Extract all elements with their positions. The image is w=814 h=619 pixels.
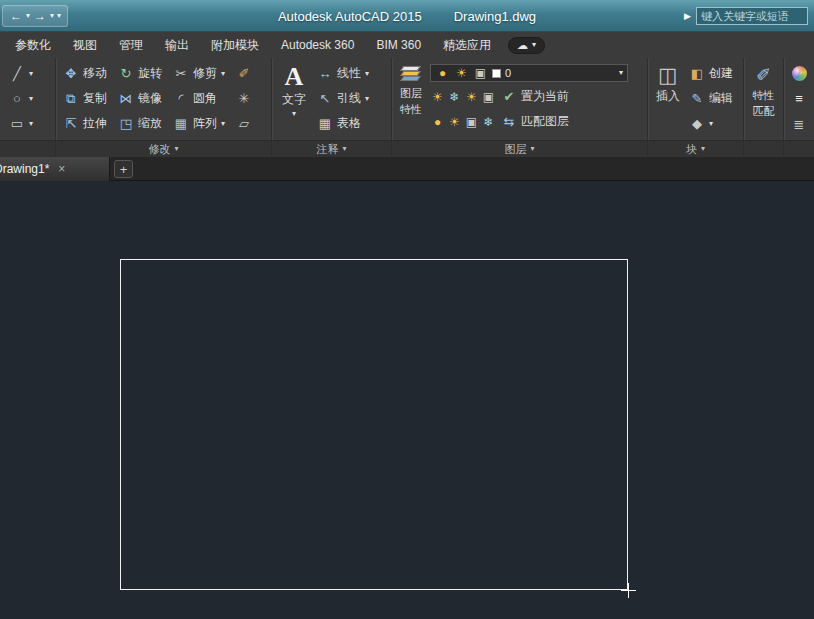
file-tab-drawing1[interactable]: Drawing1* × [0,157,110,181]
new-drawing-tab-button[interactable]: + [114,160,133,178]
chevron-down-icon[interactable]: ▾ [365,69,369,79]
chevron-down-icon: ▾ [530,144,534,154]
create-block-button[interactable]: ◧ 创建 [686,61,736,86]
match-layer-button[interactable]: ⇆ 匹配图层 [498,109,572,134]
rotate-label: 旋转 [138,65,162,82]
explode-button[interactable]: ✳ [233,86,255,111]
insert-block-button[interactable]: ◫ 插入 [656,61,680,137]
layer-thaw-icon[interactable]: ☀ [464,90,479,104]
mirror-button[interactable]: ⋈ 镜像 [115,86,165,111]
scale-icon: ◳ [118,116,134,131]
array-icon: ▦ [173,116,189,131]
rotate-button[interactable]: ↻ 旋转 [115,61,165,86]
tab-autodesk-360[interactable]: Autodesk 360 [270,32,365,58]
search-go-icon[interactable]: ▶ [684,11,691,21]
right-strip-content: ≡ ≣ [784,58,814,140]
text-button[interactable]: A 文字 ▾ [282,61,306,137]
match-layer-label: 匹配图层 [521,113,569,130]
layer-unlock-icon[interactable]: ▣ [464,115,479,129]
join-button[interactable]: ▱ [233,111,255,136]
chevron-down-icon: ▾ [342,144,346,154]
fillet-icon: ◜ [173,91,189,106]
chevron-down-icon[interactable]: ▾ [709,119,713,129]
tab-addins[interactable]: 附加模块 [200,32,270,58]
insert-block-icon: ◫ [658,63,678,87]
layers-panel-content: 图层 特性 ● ☀ ▣ 0 ▾ ☀ ❄ [392,58,647,140]
edit-block-button[interactable]: ✎ 编辑 [686,86,736,111]
layer-unisolate-icon[interactable]: ☀ [447,115,462,129]
copy-icon: ⧉ [63,91,79,106]
tab-parametric[interactable]: 参数化 [4,32,62,58]
trim-button[interactable]: ✂ 修剪 ▾ [170,61,228,86]
layer-freeze-all-icon[interactable]: ❄ [481,115,496,129]
scale-button[interactable]: ◳ 缩放 [115,111,165,136]
tab-output[interactable]: 输出 [154,32,200,58]
chevron-down-icon: ▾ [532,40,536,50]
annotation-panel-label-text: 注释 [316,142,338,157]
chevron-down-icon[interactable]: ▾ [221,119,225,129]
close-tab-icon[interactable]: × [58,162,65,176]
layer-select-dropdown[interactable]: ● ☀ ▣ 0 ▾ [430,64,628,82]
file-tab-name: Drawing1* [0,162,49,176]
set-current-layer-button[interactable]: ✔ 置为当前 [498,84,572,109]
visual-styles-button[interactable] [792,61,807,86]
table-button[interactable]: ▦ 表格 [314,111,372,136]
block-panel-label[interactable]: 块 ▾ [648,140,743,157]
layer-on-icon: ● [435,66,450,80]
rectangle-tool-icon: ▭ [9,116,25,131]
connect-menu-button[interactable]: ☁ ▾ [508,37,545,54]
match-properties-label-1: 特性 [753,88,775,103]
layer-off-icon[interactable]: ☀ [430,90,445,104]
search-input[interactable] [696,7,808,25]
edit-label: 编辑 [709,90,733,107]
polyline-tool-button[interactable]: ╱ ▾ [6,61,51,86]
help-search: ▶ [684,7,808,25]
layers-panel-label[interactable]: 图层 ▾ [392,140,647,157]
document-title: Drawing1.dwg [454,9,536,24]
fillet-button[interactable]: ◜ 圆角 [170,86,228,111]
tab-featured-apps[interactable]: 精选应用 [432,32,502,58]
detail-list-button[interactable]: ≣ [794,112,805,137]
match-properties-content: ✐ 特性 匹配 [744,58,783,140]
linear-dimension-button[interactable]: ↔ 线性 ▾ [314,61,372,86]
block-attributes-button[interactable]: ◆ ▾ [686,111,736,136]
drawn-rectangle[interactable] [120,259,628,590]
layer-freeze-toggle-icon[interactable]: ❄ [447,90,462,104]
draw-panel-label [0,140,55,157]
list-view-button[interactable]: ≡ [795,86,803,111]
ribbon: ╱ ▾ ○ ▾ ▭ ▾ ✥ 移动 [0,58,814,157]
scale-label: 缩放 [138,115,162,132]
leader-button[interactable]: ↖ 引线 ▾ [314,86,372,111]
chevron-down-icon[interactable]: ▾ [221,69,225,79]
layer-color-swatch [492,69,501,78]
modify-panel-label[interactable]: 修改 ▾ [56,140,271,157]
circle-tool-button[interactable]: ○ ▾ [6,86,51,111]
trim-icon: ✂ [173,66,189,81]
layer-lock-toggle-icon[interactable]: ▣ [481,90,496,104]
stretch-button[interactable]: ⇱ 拉伸 [60,111,110,136]
array-button[interactable]: ▦ 阵列 ▾ [170,111,228,136]
match-properties-icon: ✐ [756,63,771,87]
match-properties-button[interactable]: ✐ 特性 匹配 [753,61,775,137]
array-label: 阵列 [193,115,217,132]
modify-panel: ✥ 移动 ⧉ 复制 ⇱ 拉伸 ↻ 旋转 [56,58,272,157]
ribbon-right-strip: ≡ ≣ [784,58,814,157]
move-button[interactable]: ✥ 移动 [60,61,110,86]
insert-label: 插入 [656,88,680,105]
chevron-down-icon[interactable]: ▾ [365,94,369,104]
layer-isolate-icon[interactable]: ● [430,115,445,129]
erase-button[interactable]: ✐ [233,61,255,86]
chevron-down-icon: ▾ [174,144,178,154]
annotation-panel-label[interactable]: 注释 ▾ [272,140,391,157]
layer-properties-button[interactable]: 图层 特性 [398,61,424,137]
rectangle-tool-button[interactable]: ▭ ▾ [6,111,51,136]
layer-properties-icon [398,66,424,84]
right-strip-label [784,140,814,157]
tab-view[interactable]: 视图 [62,32,108,58]
match-properties-label-2: 匹配 [753,104,775,119]
tab-manage[interactable]: 管理 [108,32,154,58]
match-properties-panel: ✐ 特性 匹配 [744,58,784,157]
copy-button[interactable]: ⧉ 复制 [60,86,110,111]
tab-bim-360[interactable]: BIM 360 [365,32,432,58]
drawing-canvas[interactable] [0,181,814,619]
